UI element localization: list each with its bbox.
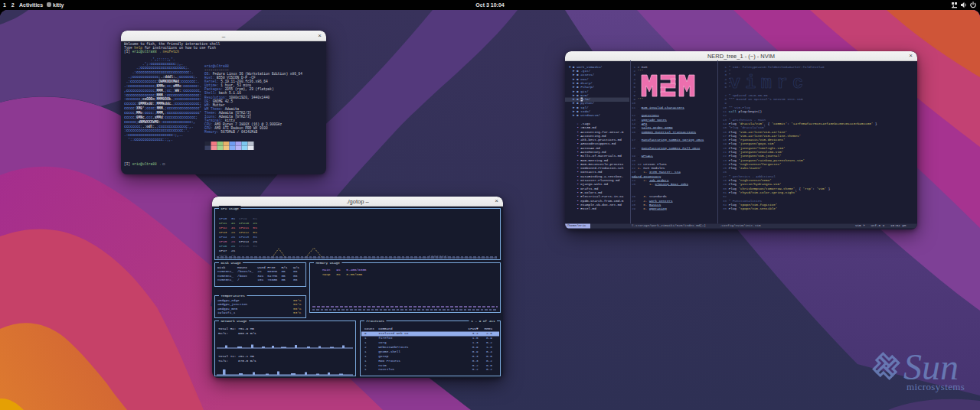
svg-text:vimrc: vimrc (730, 73, 803, 91)
svg-text:microsystems: microsystems (906, 381, 965, 392)
